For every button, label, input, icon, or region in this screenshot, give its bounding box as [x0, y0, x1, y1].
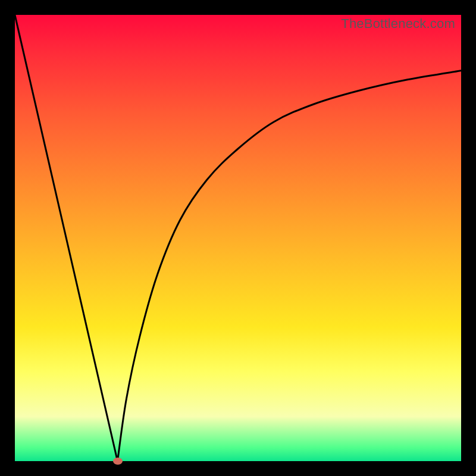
optimal-point-marker	[113, 458, 123, 465]
chart-plot-area: TheBottleneck.com	[15, 15, 461, 461]
bottleneck-curve	[15, 15, 461, 461]
